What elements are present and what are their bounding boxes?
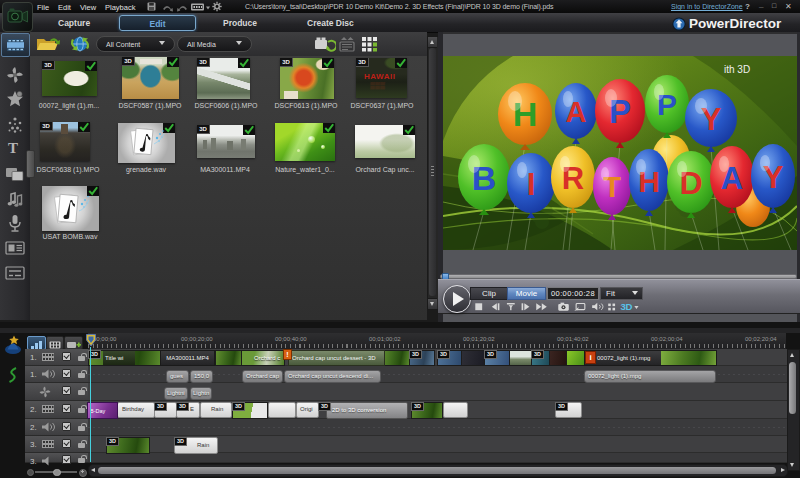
svg-text:I: I [527, 167, 536, 202]
svg-text:3D: 3D [621, 301, 633, 312]
svg-text:ith 3D: ith 3D [724, 64, 750, 75]
